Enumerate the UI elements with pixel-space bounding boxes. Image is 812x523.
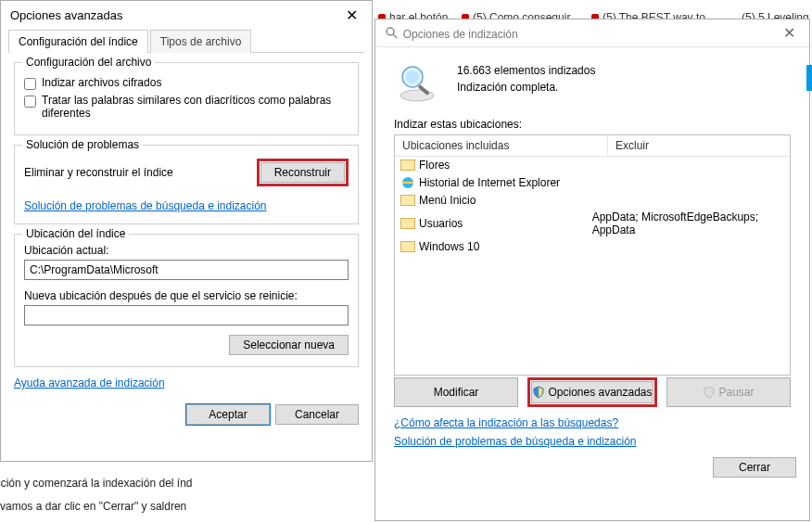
list-item[interactable]: Menú Inicio <box>395 192 790 209</box>
search-icon <box>385 26 400 41</box>
current-location-field[interactable] <box>24 260 349 280</box>
advanced-help-link[interactable]: Ayuda avanzada de indización <box>14 376 165 389</box>
close-button[interactable]: Cerrar <box>713 457 796 478</box>
cancel-button[interactable]: Cancelar <box>275 404 359 425</box>
locations-list[interactable]: Ubicaciones incluidas Excluir FloresHist… <box>394 134 791 376</box>
indexing-status: Indización completa. <box>457 81 595 94</box>
col-included: Ubicaciones incluidas <box>395 135 608 156</box>
status-header: 16.663 elementos indizados Indización co… <box>375 47 809 112</box>
highlight: Reconstruir <box>257 159 349 186</box>
list-item[interactable]: Flores <box>395 157 790 173</box>
diacritics-checkbox-input[interactable] <box>24 96 36 108</box>
tab-file-types[interactable]: Tipos de archivo <box>150 30 252 53</box>
shield-icon <box>703 386 716 399</box>
svg-point-1 <box>400 90 434 101</box>
advanced-button[interactable]: Opciones avanzadas <box>531 381 653 403</box>
edge-panel <box>806 65 812 91</box>
title: Opciones avanzadas <box>10 8 122 22</box>
group-legend: Configuración del archivo <box>22 56 155 69</box>
folder-icon <box>400 241 415 252</box>
file-config-group: Configuración del archivo Indizar archiv… <box>14 62 359 135</box>
list-header: Ubicaciones incluidas Excluir <box>395 135 790 157</box>
ie-icon <box>400 175 415 190</box>
new-location-label: Nueva ubicación después de que el servic… <box>24 289 349 302</box>
group-legend: Solución de problemas <box>22 138 143 151</box>
indexed-count: 16.663 elementos indizados <box>457 64 595 77</box>
folder-icon <box>400 195 415 206</box>
indexing-options-window: Opciones de indización ✕ 16.663 elemento… <box>374 19 810 521</box>
rebuild-button[interactable]: Reconstruir <box>260 162 345 183</box>
troubleshoot-link[interactable]: Solución de problemas de búsqueda e indi… <box>394 435 637 448</box>
svg-point-3 <box>406 70 419 83</box>
list-item[interactable]: Historial de Internet Explorer <box>395 173 790 192</box>
encrypted-checkbox-input[interactable] <box>24 78 36 90</box>
how-affects-link[interactable]: ¿Cómo afecta la indización a las búsqued… <box>394 416 618 429</box>
folder-icon <box>400 159 415 171</box>
col-exclude: Excluir <box>608 135 656 156</box>
diacritics-checkbox[interactable]: Tratar las palabras similares con diacrí… <box>24 94 349 120</box>
close-icon[interactable]: ✕ <box>331 6 372 24</box>
list-item[interactable]: UsuariosAppData; MicrosoftEdgeBackups; A… <box>395 209 790 238</box>
svg-point-0 <box>387 28 394 35</box>
locations-label: Indizar estas ubicaciones: <box>375 112 809 134</box>
magnifier-icon <box>394 60 440 107</box>
group-legend: Ubicación del índice <box>22 227 129 240</box>
close-icon[interactable]: ✕ <box>768 24 809 42</box>
list-item[interactable]: Windows 10 <box>395 238 790 255</box>
tabs: Configuración del índice Tipos de archiv… <box>8 29 364 53</box>
pause-button: Pausar <box>666 377 791 407</box>
rebuild-label: Eliminar y reconstruir el índice <box>24 166 173 179</box>
encrypted-checkbox[interactable]: Indizar archivos cifrados <box>24 76 349 90</box>
troubleshoot-link[interactable]: Solución de problemas de búsqueda e indi… <box>24 199 267 212</box>
shield-icon <box>532 386 545 399</box>
title: Opciones de indización <box>385 26 518 41</box>
titlebar: Opciones avanzadas ✕ <box>1 1 372 29</box>
dialog-buttons: Aceptar Cancelar <box>1 397 372 432</box>
titlebar: Opciones de indización ✕ <box>375 19 809 47</box>
location-group: Ubicación del índice Ubicación actual: N… <box>14 234 359 367</box>
folder-icon <box>400 218 415 229</box>
advanced-options-window: Opciones avanzadas ✕ Configuración del í… <box>0 0 373 462</box>
highlight: Opciones avanzadas <box>527 377 657 407</box>
new-location-field[interactable] <box>24 305 349 325</box>
tab-index-config[interactable]: Configuración del índice <box>8 30 148 53</box>
accept-button[interactable]: Aceptar <box>186 404 270 425</box>
modify-button[interactable]: Modificar <box>394 377 518 407</box>
current-location-label: Ubicación actual: <box>24 244 349 257</box>
troubleshoot-group: Solución de problemas Eliminar y reconst… <box>14 145 359 224</box>
select-new-button[interactable]: Seleccionar nueva <box>229 335 349 355</box>
